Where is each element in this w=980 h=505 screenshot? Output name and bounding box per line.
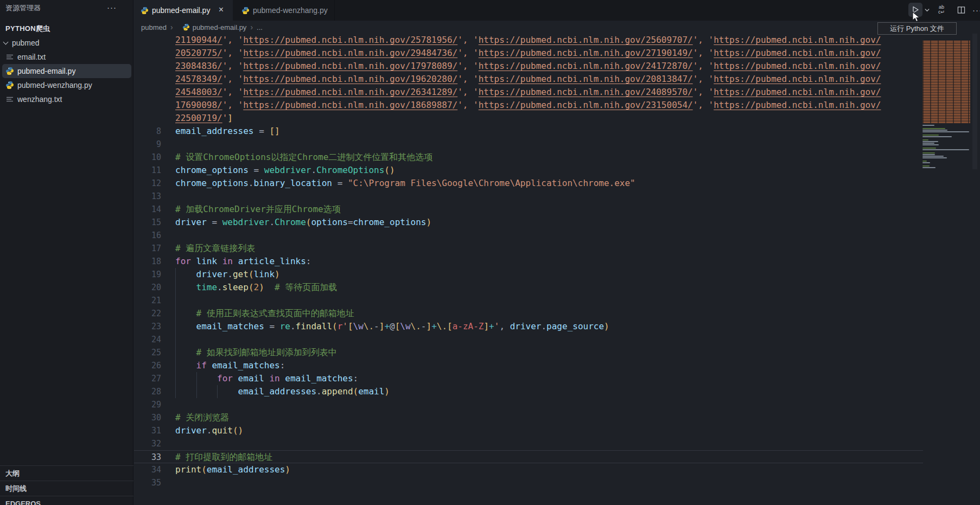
indent-guide — [175, 333, 176, 346]
line-number: 13 — [134, 190, 161, 203]
minimap-line — [922, 152, 935, 154]
word-wrap-icon[interactable]: ab c↵ — [934, 3, 949, 17]
minimap-line — [922, 125, 934, 126]
run-python-file-button[interactable] — [908, 3, 922, 17]
python-file-icon — [5, 67, 14, 75]
line-number: 15 — [134, 216, 161, 229]
minimap-line — [922, 131, 969, 132]
code-line: 16 — [134, 229, 923, 242]
code-line: 29 — [134, 398, 923, 411]
line-number: 17 — [134, 242, 161, 255]
tree-item-label: pubmed — [12, 36, 40, 50]
code-editor[interactable]: 21190944/', 'https://pubmed.ncbi.nlm.nih… — [134, 34, 923, 489]
indent-guide — [175, 268, 176, 281]
indent-guide — [175, 359, 176, 372]
minimap-line — [922, 165, 930, 167]
tab-pubmed-email-py[interactable]: pubmed-email.py× — [134, 0, 233, 21]
minimap-line — [922, 144, 939, 145]
minimap[interactable] — [922, 41, 970, 170]
panel-section-edgeros[interactable]: EDGEROS — [0, 496, 133, 505]
code-line: 13 — [134, 190, 923, 203]
line-number: 30 — [134, 411, 161, 424]
line-number: 31 — [134, 424, 161, 437]
line-number: 28 — [134, 385, 161, 398]
line-number: 24 — [134, 333, 161, 346]
minimap-line — [922, 154, 935, 155]
line-number: 27 — [134, 372, 161, 385]
line-number: 8 — [134, 125, 161, 138]
code-line: 24578349/', 'https://pubmed.ncbi.nlm.nih… — [134, 73, 923, 86]
line-number: 25 — [134, 346, 161, 359]
code-line-current: 33# 打印提取到的邮箱地址 — [134, 450, 923, 463]
minimap-code-block — [922, 125, 970, 170]
code-line: 20520775/', 'https://pubmed.ncbi.nlm.nih… — [134, 47, 923, 60]
minimap-line — [922, 126, 970, 127]
code-line: 8email_addresses = [] — [134, 125, 923, 138]
minimap-line — [922, 141, 938, 142]
tree-item-email-txt[interactable]: email.txt — [0, 50, 133, 64]
tree-item-pubmed[interactable]: pubmed — [0, 36, 133, 50]
code-line: 9 — [134, 138, 923, 151]
line-number: 18 — [134, 255, 161, 268]
play-icon — [911, 5, 920, 14]
minimap-line — [922, 159, 970, 160]
explorer-sidebar: 资源管理器 ··· PYTHON爬虫 pubmed email.txt pubm… — [0, 0, 133, 505]
scrollbar-thumb[interactable] — [972, 34, 977, 169]
split-editor-icon[interactable] — [954, 3, 968, 17]
minimap-line — [922, 164, 970, 165]
code-line: 34print(email_addresses) — [134, 463, 923, 476]
workspace-section-header[interactable]: PYTHON爬虫 — [0, 22, 133, 36]
tree-item-pubmed-email-py[interactable]: pubmed-email.py — [2, 64, 131, 78]
tree-item-wenzhang-txt[interactable]: wenzhang.txt — [0, 92, 133, 106]
breadcrumb-separator: › — [170, 23, 173, 31]
line-number — [134, 86, 161, 99]
explorer-more-actions-icon[interactable]: ··· — [104, 2, 119, 14]
minimap-line — [922, 156, 944, 157]
line-number: 11 — [134, 164, 161, 177]
line-number: 23 — [134, 320, 161, 333]
code-line: 26 if email_matches: — [134, 359, 923, 372]
panel-section-outline[interactable]: 大纲 — [0, 465, 133, 481]
line-number: 14 — [134, 203, 161, 216]
tree-item-pubmed-wenzhang-py[interactable]: pubmed-wenzhang.py — [0, 78, 133, 92]
line-number: 29 — [134, 398, 161, 411]
minimap-line — [922, 143, 934, 144]
breadcrumb-item-0[interactable]: pubmed — [141, 23, 167, 31]
explorer-title: 资源管理器 — [5, 0, 41, 16]
breadcrumb-separator: › — [250, 23, 253, 31]
code-line: 35 — [134, 476, 923, 489]
line-number — [134, 99, 161, 112]
code-line: 21 — [134, 294, 923, 307]
text-file-icon — [5, 53, 14, 61]
code-line: 15driver = webdriver.Chrome(options=chro… — [134, 216, 923, 229]
close-icon[interactable]: × — [215, 5, 226, 16]
minimap-line — [922, 139, 928, 140]
line-number: 26 — [134, 359, 161, 372]
minimap-line — [922, 167, 936, 168]
breadcrumb: pubmed› pubmed-email.py›... — [141, 21, 263, 34]
minimap-line — [922, 138, 970, 139]
tab-label: pubmed-email.py — [152, 6, 210, 15]
run-button-tooltip: 运行 Python 文件 — [877, 22, 957, 35]
code-line: 20 time.sleep(2) # 等待页面加载 — [134, 281, 923, 294]
python-file-icon — [182, 23, 190, 31]
breadcrumb-item-2[interactable]: ... — [257, 23, 263, 31]
minimap-line — [922, 133, 970, 134]
more-actions-icon[interactable]: ··· — [970, 3, 980, 17]
minimap-line — [922, 162, 930, 163]
code-line: 19 driver.get(link) — [134, 268, 923, 281]
line-number: 34 — [134, 463, 161, 476]
code-line: 12chrome_options.binary_location = "C:\P… — [134, 177, 923, 190]
code-line: 17690098/', 'https://pubmed.ncbi.nlm.nih… — [134, 99, 923, 112]
tab-pubmed-wenzhang-py[interactable]: pubmed-wenzhang.py — [235, 0, 335, 21]
code-line: 14# 加载ChromeDriver并应用Chrome选项 — [134, 203, 923, 216]
indent-guide — [196, 372, 197, 385]
line-number: 10 — [134, 151, 161, 164]
line-number: 16 — [134, 229, 161, 242]
code-line: 18for link in article_links: — [134, 255, 923, 268]
run-options-chevron-down-icon[interactable] — [922, 3, 931, 17]
breadcrumb-item-1[interactable]: pubmed-email.py — [193, 23, 247, 31]
panel-section-timeline[interactable]: 时间线 — [0, 481, 133, 496]
line-number: 12 — [134, 177, 161, 190]
code-line: 27 for email in email_matches: — [134, 372, 923, 385]
